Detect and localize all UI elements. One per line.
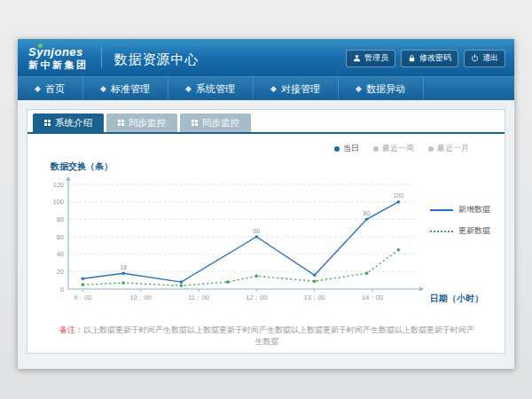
logo-text: Synjones xyxy=(28,46,89,58)
footnote: 备注：以上数据更新于时间产生数据以上数据更新于时间产生数据以上数据更新于时间产生… xyxy=(42,325,492,348)
dotted-line-icon xyxy=(430,231,453,232)
nav-item-label: 首页 xyxy=(45,82,65,96)
user-icon xyxy=(353,54,361,62)
nav-diamond-icon xyxy=(185,85,192,91)
nav-item-standard-mgmt[interactable]: 标准管理 xyxy=(83,77,168,100)
range-filter-legend: 当日 最近一周 最近一月 xyxy=(42,143,492,154)
app-header: Synjones 新中新集团 数据资源中心 管理员 修改密码 xyxy=(18,39,514,76)
grid-icon xyxy=(118,120,124,126)
tab-system-intro[interactable]: 系统介绍 xyxy=(33,113,104,132)
series-legend: 新增数据 更新数据 日期（小时） xyxy=(425,174,492,309)
filter-label: 当日 xyxy=(343,143,359,154)
tab-sync-monitor-1[interactable]: 同步监控 xyxy=(106,113,177,132)
series-label: 更新数据 xyxy=(458,225,490,237)
tab-label: 系统介绍 xyxy=(55,117,92,129)
tab-label: 同步监控 xyxy=(202,117,239,129)
svg-text:100: 100 xyxy=(394,192,404,199)
svg-text:60: 60 xyxy=(57,233,64,241)
nav-diamond-icon xyxy=(270,85,277,91)
legend-series-updated-data[interactable]: 更新数据 xyxy=(430,225,492,237)
dot-icon xyxy=(334,146,340,152)
filter-last-week[interactable]: 最近一周 xyxy=(373,143,414,154)
legend-series-new-data[interactable]: 新增数据 xyxy=(430,204,492,215)
plot-row: 0204060801001209：0010：0011：0012：0013：001… xyxy=(42,174,492,309)
page-background: { "header": { "logo_text": "Synjones", "… xyxy=(0,0,532,399)
filter-label: 最近一周 xyxy=(382,143,414,154)
app-title: 数据资源中心 xyxy=(114,51,200,68)
svg-text:18: 18 xyxy=(120,264,127,270)
svg-text:120: 120 xyxy=(52,181,64,189)
main-nav: 首页 标准管理 系统管理 对接管理 数据异动 xyxy=(18,76,514,100)
dot-icon xyxy=(373,146,379,152)
logo-green-dot-icon xyxy=(38,43,43,48)
admin-user-label: 管理员 xyxy=(364,52,388,64)
svg-text:10：00: 10：00 xyxy=(130,293,152,301)
dot-icon xyxy=(428,146,434,152)
tab-bar: 系统介绍 同步监控 同步监控 xyxy=(27,110,505,134)
svg-text:100: 100 xyxy=(52,198,64,206)
svg-text:12：00: 12：00 xyxy=(246,293,267,301)
filter-today[interactable]: 当日 xyxy=(334,143,359,154)
nav-item-label: 对接管理 xyxy=(281,82,320,96)
filter-last-month[interactable]: 最近一月 xyxy=(428,143,469,154)
tab-sync-monitor-2[interactable]: 同步监控 xyxy=(180,113,251,132)
grid-icon xyxy=(192,120,198,126)
company-logo[interactable]: Synjones 新中新集团 xyxy=(28,46,89,70)
logo-subtitle: 新中新集团 xyxy=(28,60,89,70)
nav-diamond-icon xyxy=(100,85,106,91)
power-icon xyxy=(471,54,479,62)
svg-text:13：00: 13：00 xyxy=(304,293,325,301)
header-actions: 管理员 修改密码 退出 xyxy=(346,50,505,67)
app-window: Synjones 新中新集团 数据资源中心 管理员 修改密码 xyxy=(18,39,514,369)
admin-user-button[interactable]: 管理员 xyxy=(346,50,395,67)
nav-item-label: 系统管理 xyxy=(196,82,235,96)
line-chart: 0204060801001209：0010：0011：0012：0013：001… xyxy=(42,174,425,309)
svg-text:9：00: 9：00 xyxy=(74,293,91,301)
y-axis-title: 数据交换（条） xyxy=(51,160,492,173)
svg-text:20: 20 xyxy=(57,268,64,276)
svg-text:60: 60 xyxy=(253,228,260,234)
change-password-label: 修改密码 xyxy=(419,52,451,64)
footnote-label: 备注： xyxy=(59,325,83,334)
svg-text:11：00: 11：00 xyxy=(188,293,209,301)
change-password-button[interactable]: 修改密码 xyxy=(401,50,458,67)
svg-text:0: 0 xyxy=(60,286,64,293)
content-area: 系统介绍 同步监控 同步监控 当日 xyxy=(18,100,514,369)
nav-diamond-icon xyxy=(35,85,41,91)
nav-item-label: 标准管理 xyxy=(111,82,150,96)
nav-item-home[interactable]: 首页 xyxy=(18,77,83,100)
nav-item-data-change[interactable]: 数据异动 xyxy=(339,77,424,100)
svg-text:80: 80 xyxy=(364,210,371,216)
svg-text:80: 80 xyxy=(57,215,64,223)
lock-icon xyxy=(408,54,416,62)
nav-item-connection-mgmt[interactable]: 对接管理 xyxy=(254,77,339,100)
header-divider xyxy=(101,47,102,68)
footnote-text: 以上数据更新于时间产生数据以上数据更新于时间产生数据以上数据更新于时间产生数据以… xyxy=(83,325,474,346)
x-axis-title: 日期（小时） xyxy=(430,293,492,305)
nav-item-label: 数据异动 xyxy=(366,82,405,96)
solid-line-icon xyxy=(430,209,453,211)
filter-label: 最近一月 xyxy=(437,143,469,154)
logout-label: 退出 xyxy=(482,52,498,64)
nav-diamond-icon xyxy=(356,85,362,91)
grid-icon xyxy=(44,120,51,126)
svg-text:40: 40 xyxy=(57,250,64,258)
tab-label: 同步监控 xyxy=(129,117,166,129)
chart-section: 当日 最近一周 最近一月 数据交换（条） 0204060801001209：00… xyxy=(27,134,505,348)
svg-text:14：00: 14：00 xyxy=(362,293,383,301)
main-card: 系统介绍 同步监控 同步监控 当日 xyxy=(27,109,505,354)
logout-button[interactable]: 退出 xyxy=(464,50,505,67)
series-label: 新增数据 xyxy=(458,204,490,215)
nav-item-system-mgmt[interactable]: 系统管理 xyxy=(168,77,254,100)
